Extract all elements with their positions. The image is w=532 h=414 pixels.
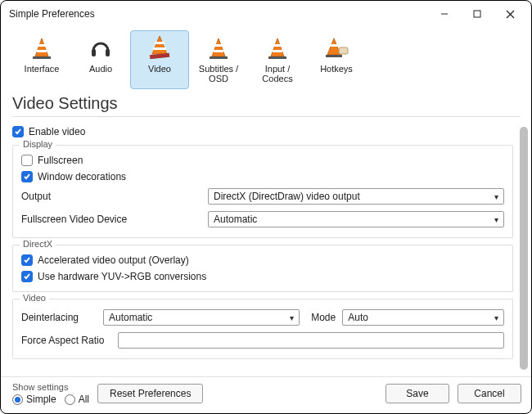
group-legend: Display bbox=[20, 139, 56, 149]
minimize-button[interactable] bbox=[428, 2, 461, 25]
svg-marker-4 bbox=[35, 38, 48, 56]
maximize-button[interactable] bbox=[461, 2, 494, 25]
deinterlacing-label: Deinterlacing bbox=[21, 312, 97, 323]
show-all-label: All bbox=[79, 394, 89, 405]
svg-rect-15 bbox=[214, 44, 223, 47]
cone-icon bbox=[29, 36, 54, 62]
deinterlacing-dropdown[interactable]: Automatic bbox=[103, 309, 300, 326]
headphones-icon bbox=[88, 36, 113, 62]
close-button[interactable] bbox=[494, 2, 526, 25]
show-all-radio[interactable] bbox=[65, 394, 75, 405]
settings-content: Enable video Display Fullscreen Window d… bbox=[1, 120, 520, 376]
yuvrgb-checkbox[interactable] bbox=[21, 271, 33, 282]
accel-output-checkbox[interactable] bbox=[21, 254, 33, 266]
svg-rect-20 bbox=[273, 50, 282, 52]
cone-icon bbox=[265, 36, 290, 62]
divider bbox=[12, 116, 520, 117]
force-aspect-label: Force Aspect Ratio bbox=[21, 335, 111, 346]
fullscreen-checkbox[interactable] bbox=[21, 155, 33, 166]
fs-device-dropdown[interactable]: Automatic bbox=[208, 211, 504, 227]
mode-value: Auto bbox=[348, 312, 368, 323]
show-simple-label: Simple bbox=[26, 394, 56, 405]
display-group: Display Fullscreen Window decorations Ou… bbox=[12, 145, 513, 238]
tab-label: Audio bbox=[89, 64, 112, 74]
window-title: Simple Preferences bbox=[9, 8, 428, 20]
tab-label: Subtitles / OSD bbox=[192, 64, 246, 83]
svg-rect-9 bbox=[106, 49, 110, 56]
show-simple-radio[interactable] bbox=[12, 394, 23, 405]
cone-keys-icon bbox=[322, 36, 350, 62]
svg-rect-7 bbox=[33, 56, 51, 59]
svg-rect-23 bbox=[330, 44, 338, 47]
bottom-bar: Show settings Simple All Reset Preferenc… bbox=[1, 376, 531, 413]
video-group: Video Deinterlacing Automatic Mode Auto … bbox=[12, 299, 513, 359]
group-legend: Video bbox=[20, 293, 49, 303]
output-value: DirectX (DirectDraw) video output bbox=[214, 191, 360, 202]
svg-rect-1 bbox=[474, 11, 480, 17]
fs-device-value: Automatic bbox=[214, 214, 257, 225]
svg-marker-18 bbox=[271, 38, 284, 56]
svg-rect-24 bbox=[326, 55, 342, 57]
enable-video-label: Enable video bbox=[29, 126, 85, 137]
svg-marker-10 bbox=[152, 36, 167, 54]
cone-clapper-icon bbox=[145, 34, 174, 62]
page-title: Video Settings bbox=[1, 89, 531, 115]
svg-rect-17 bbox=[210, 56, 228, 59]
output-label: Output bbox=[21, 191, 201, 202]
window-decorations-label: Window decorations bbox=[38, 171, 126, 182]
tab-interface[interactable]: Interface bbox=[12, 30, 71, 89]
fs-device-label: Fullscreen Video Device bbox=[21, 214, 201, 225]
tab-audio[interactable]: Audio bbox=[71, 30, 130, 89]
tab-label: Video bbox=[148, 64, 171, 74]
tab-label: Input / Codecs bbox=[250, 64, 304, 83]
mode-label: Mode bbox=[311, 312, 336, 323]
force-aspect-input[interactable] bbox=[118, 332, 504, 349]
directx-group: DirectX Accelerated video output (Overla… bbox=[12, 245, 513, 292]
scrollbar[interactable] bbox=[520, 127, 528, 370]
tab-video[interactable]: Video bbox=[130, 30, 189, 89]
enable-video-checkbox[interactable] bbox=[12, 126, 24, 137]
window-decorations-checkbox[interactable] bbox=[21, 171, 33, 182]
show-settings-legend: Show settings bbox=[12, 382, 89, 392]
tab-input-codecs[interactable]: Input / Codecs bbox=[248, 30, 307, 89]
tab-subtitles[interactable]: Subtitles / OSD bbox=[189, 30, 248, 89]
tab-hotkeys[interactable]: Hotkeys bbox=[307, 30, 366, 89]
svg-rect-11 bbox=[155, 42, 165, 44]
output-dropdown[interactable]: DirectX (DirectDraw) video output bbox=[208, 188, 504, 205]
svg-rect-12 bbox=[153, 47, 166, 50]
group-legend: DirectX bbox=[20, 239, 56, 249]
mode-dropdown[interactable]: Auto bbox=[342, 309, 504, 326]
category-tabs: Interface Audio Video Subtitles / OSD In… bbox=[1, 27, 531, 89]
fullscreen-label: Fullscreen bbox=[38, 155, 83, 166]
accel-output-label: Accelerated video output (Overlay) bbox=[38, 254, 189, 266]
svg-rect-8 bbox=[92, 49, 96, 56]
tab-label: Interface bbox=[25, 64, 60, 74]
svg-rect-5 bbox=[38, 44, 46, 47]
svg-rect-25 bbox=[339, 47, 348, 54]
cone-icon bbox=[206, 36, 231, 62]
svg-marker-14 bbox=[212, 38, 225, 56]
deinterlacing-value: Automatic bbox=[109, 312, 152, 323]
cancel-button[interactable]: Cancel bbox=[458, 384, 521, 403]
svg-rect-21 bbox=[268, 56, 286, 59]
yuvrgb-label: Use hardware YUV->RGB conversions bbox=[38, 271, 206, 282]
svg-rect-16 bbox=[214, 50, 223, 52]
svg-rect-6 bbox=[37, 50, 47, 52]
titlebar: Simple Preferences bbox=[1, 1, 531, 27]
tab-label: Hotkeys bbox=[320, 64, 353, 74]
svg-rect-19 bbox=[273, 44, 282, 47]
reset-preferences-button[interactable]: Reset Preferences bbox=[97, 384, 203, 403]
save-button[interactable]: Save bbox=[385, 384, 449, 403]
